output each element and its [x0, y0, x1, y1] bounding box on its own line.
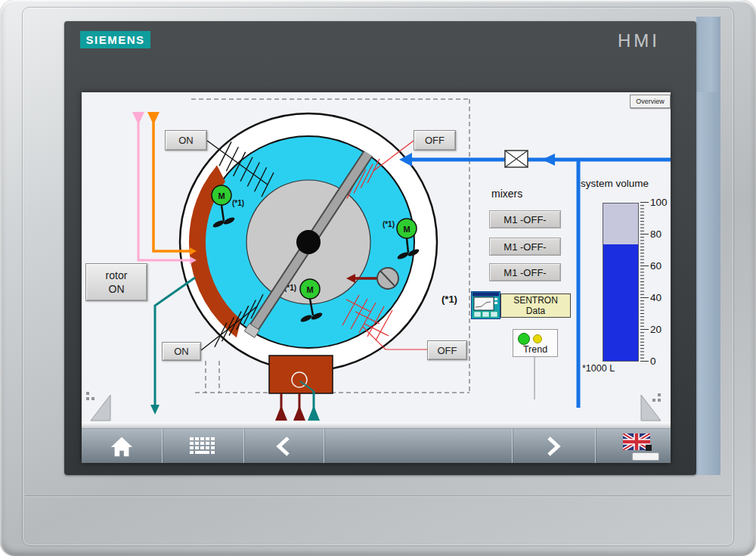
nav-forward-button[interactable] [512, 429, 594, 463]
rotor-on-button[interactable]: rotor ON [85, 263, 147, 301]
hmi-label: HMI [597, 30, 680, 51]
hmi-device: TOUCH SIEMENS HMI [0, 0, 756, 556]
sentron-label-line2: Data [526, 306, 545, 316]
nav-blank-cell [324, 429, 512, 463]
rotor-button-line2: ON [109, 282, 125, 296]
trend-green-lamp [518, 333, 530, 345]
language-menu-bar [632, 452, 659, 461]
curl-dot [658, 399, 661, 402]
gauge-unit-label: *1000 L [582, 363, 615, 374]
svg-text:M: M [218, 191, 225, 200]
mixer-2-button[interactable]: M1 -OFF- [489, 238, 561, 256]
gauge-tick-label: 40 [650, 292, 671, 303]
gauge-tick-label: 20 [650, 324, 671, 335]
nav-language-button[interactable] [595, 429, 671, 463]
mixer-3-button[interactable]: M1 -OFF- [489, 263, 561, 281]
gauge-title: system volume [581, 178, 649, 189]
overview-button[interactable]: Overview [630, 95, 671, 108]
gauge-tick-label: 0 [650, 356, 671, 367]
home-icon [110, 435, 134, 458]
nav-back-button[interactable] [243, 429, 324, 463]
trend-yellow-lamp [533, 334, 542, 343]
sentron-label-line1: SENTRON [513, 295, 558, 306]
trend-button[interactable]: Trend [513, 329, 558, 357]
curl-dot [86, 392, 89, 395]
curl-dot [658, 393, 661, 396]
screen: M (*1) M (*1) (*1) M [82, 92, 671, 463]
sludge-hopper [269, 356, 333, 421]
svg-text:(*1): (*1) [383, 220, 395, 228]
chevron-left-icon [274, 435, 293, 458]
gauge-tick-label: 60 [650, 260, 671, 272]
chevron-right-icon [544, 435, 562, 458]
svg-text:(*1): (*1) [232, 199, 244, 207]
gauge-tick-label: 100 [650, 197, 671, 208]
sentron-device-icon[interactable] [471, 291, 500, 319]
system-volume-gauge [603, 203, 639, 362]
language-cursor-mark [646, 445, 652, 451]
curl-dot [652, 399, 655, 402]
mixers-title: mixers [491, 188, 522, 200]
svg-text:M: M [306, 285, 313, 294]
rotor-button-line1: rotor [106, 269, 128, 282]
skimmer-off-button-bottom[interactable]: OFF [427, 340, 467, 360]
gauge-tick-label: 80 [650, 228, 671, 240]
nav-home-button[interactable] [82, 429, 162, 463]
siemens-logo: SIEMENS [80, 31, 150, 48]
nav-keyboard-button[interactable] [162, 429, 243, 463]
gauge-fill [603, 244, 638, 361]
mixer-1-button[interactable]: M1 -OFF- [489, 210, 561, 228]
valve-icon [505, 151, 528, 167]
navbar [82, 429, 671, 463]
frame-seam [25, 495, 731, 497]
keyboard-icon [189, 436, 216, 456]
trend-label: Trend [513, 344, 557, 355]
curl-dot [91, 397, 94, 400]
sentron-data-button[interactable]: SENTRON Data [500, 294, 571, 318]
process-display: M (*1) M (*1) (*1) M [82, 92, 671, 422]
svg-text:M: M [403, 225, 410, 234]
skimmer-off-button[interactable]: OFF [414, 130, 456, 151]
scraper-on-button-bottom[interactable]: ON [162, 342, 201, 361]
scraper-on-button[interactable]: ON [165, 130, 207, 151]
curl-dot [86, 397, 89, 400]
page-bottom-edge [82, 422, 671, 429]
gauge-ticks [640, 202, 649, 362]
sentron-footnote: (*1) [442, 294, 457, 305]
